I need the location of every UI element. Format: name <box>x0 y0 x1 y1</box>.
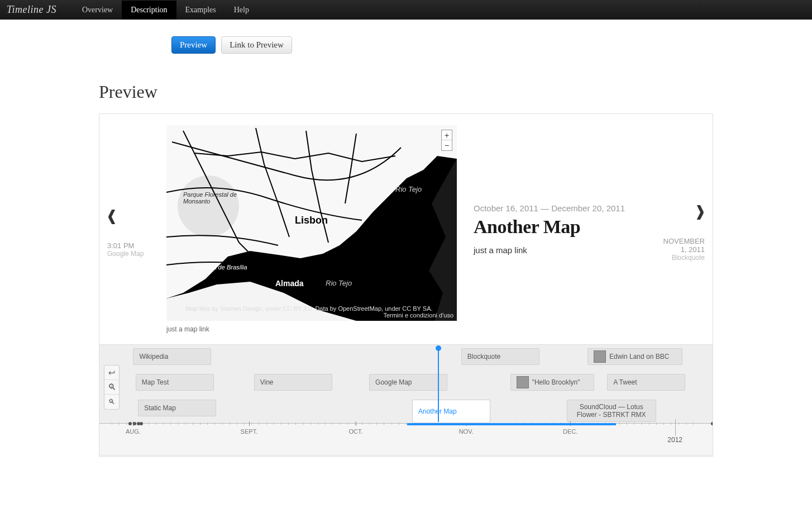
map-zoom-out[interactable]: − <box>442 140 452 150</box>
timenav-zoom-in-icon[interactable]: 🔍︎ <box>104 380 119 395</box>
timenav-event[interactable]: A Tweet <box>607 374 685 391</box>
event-label: SoundCloud — Lotus Flower - SBTRKT RMX <box>573 403 650 419</box>
year-flag <box>675 419 676 436</box>
axis-tick-label: OCT. <box>348 428 362 435</box>
chevron-left-icon: ‹ <box>107 196 116 233</box>
axis-minor-tick <box>311 423 311 425</box>
axis-tick-label: NOV. <box>459 428 474 435</box>
axis-minor-tick <box>663 423 664 425</box>
map-water2-label: Rio Tejo <box>326 279 352 287</box>
axis-minor-tick <box>185 423 186 425</box>
top-navbar: Timeline JS Overview Description Example… <box>0 0 812 20</box>
axis-minor-tick <box>686 423 686 425</box>
next-arrow[interactable]: › NOVEMBER 1, 2011 Blockquote <box>657 125 713 333</box>
event-label: "Hello Brooklyn" <box>532 378 580 386</box>
axis-tick <box>356 421 356 426</box>
map-park-label: Parque Florestal de Monsanto <box>183 191 239 205</box>
axis-minor-tick <box>318 423 318 425</box>
axis-minor-tick <box>376 423 377 425</box>
axis-minor-tick <box>642 423 642 425</box>
slide-media: Lisbon Almada Rio Tejo Rio Tejo Parque F… <box>155 125 457 333</box>
axis-minor-tick <box>237 423 237 425</box>
timenav-marker[interactable] <box>438 346 439 422</box>
axis-minor-tick <box>149 423 149 425</box>
timenav-event[interactable]: Vine <box>254 374 332 391</box>
action-buttons: Preview Link to Preview <box>171 36 713 54</box>
axis-minor-tick <box>222 423 223 425</box>
axis-minor-tick <box>259 423 259 425</box>
axis-minor-tick <box>288 423 289 425</box>
timenav-event[interactable]: Another Map <box>412 400 490 423</box>
event-label: Edwin Land on BBC <box>609 353 669 361</box>
map-terms[interactable]: Termini e condizioni d'uso <box>383 312 457 319</box>
timenav-event[interactable]: SoundCloud — Lotus Flower - SBTRKT RMX <box>567 400 656 422</box>
timenav-event[interactable]: Static Map <box>138 400 216 416</box>
nav-examples[interactable]: Examples <box>176 1 225 20</box>
axis-minor-tick <box>634 423 634 425</box>
timenav-zoom-out-icon[interactable]: 🔍︎ <box>104 395 119 409</box>
map-district-label: Almada <box>275 279 304 288</box>
event-label: Map Test <box>142 378 169 386</box>
map-road-label: Avenida de Brasília <box>194 264 247 271</box>
time-nav: ↩ 🔍︎ 🔍︎ WikipediaMap TestStatic MapVineG… <box>99 344 713 456</box>
axis-tick-label: AUG. <box>126 428 141 435</box>
timenav-track[interactable]: WikipediaMap TestStatic MapVineGoogle Ma… <box>99 345 713 423</box>
axis-minor-tick <box>303 423 304 425</box>
timenav-event[interactable]: Wikipedia <box>133 348 211 365</box>
axis-tick <box>249 421 250 426</box>
axis-minor-tick <box>112 423 112 425</box>
axis-event-dot <box>128 422 132 425</box>
axis-event-dot <box>133 422 136 425</box>
timenav-back-icon[interactable]: ↩ <box>104 366 119 380</box>
axis-minor-tick <box>230 423 230 425</box>
section-title: Preview <box>99 82 713 102</box>
axis-minor-tick <box>332 423 333 425</box>
timenav-event[interactable]: Google Map <box>369 374 447 391</box>
next-label: Blockquote <box>672 254 705 262</box>
axis-minor-tick <box>274 423 274 425</box>
axis-minor-tick <box>214 423 215 425</box>
brand[interactable]: Timeline JS <box>7 4 56 16</box>
prev-arrow[interactable]: ‹ 3:01 PM Google Map <box>99 125 155 333</box>
event-label: Vine <box>260 378 274 386</box>
timenav-axis[interactable]: 2012 AUG.SEPT.OCT.NOV.DEC. <box>99 423 713 454</box>
media-caption: just a map link <box>166 325 457 333</box>
axis-minor-tick <box>178 423 179 425</box>
timeline-preview: ‹ 3:01 PM Google Map <box>99 113 713 457</box>
axis-end-dot <box>711 422 713 425</box>
event-label: Google Map <box>375 378 412 386</box>
axis-minor-tick <box>693 423 694 425</box>
timenav-event[interactable]: "Hello Brooklyn" <box>510 374 594 391</box>
axis-tick-label: SEPT. <box>241 428 258 435</box>
prev-time: 3:01 PM <box>107 241 134 250</box>
axis-minor-tick <box>369 423 370 425</box>
axis-minor-tick <box>627 423 627 425</box>
axis-minor-tick <box>406 423 407 425</box>
svg-point-0 <box>178 176 239 237</box>
map-water1-label: Rio Tejo <box>395 185 422 193</box>
timenav-highlight <box>407 423 615 425</box>
next-time: NOVEMBER 1, 2011 <box>657 237 705 254</box>
nav-description[interactable]: Description <box>122 1 176 20</box>
axis-minor-tick <box>251 423 252 425</box>
map-city-label: Lisbon <box>295 215 328 226</box>
preview-button[interactable]: Preview <box>171 36 216 54</box>
axis-minor-tick <box>399 423 399 425</box>
axis-minor-tick <box>281 423 281 425</box>
nav-overview[interactable]: Overview <box>73 1 122 20</box>
timenav-event[interactable]: Edwin Land on BBC <box>587 348 682 365</box>
axis-minor-tick <box>362 423 362 425</box>
timenav-controls: ↩ 🔍︎ 🔍︎ <box>104 365 120 410</box>
axis-minor-tick <box>340 423 340 425</box>
timenav-event[interactable]: Blockquote <box>461 348 539 365</box>
axis-minor-tick <box>200 423 200 425</box>
axis-minor-tick <box>119 423 120 425</box>
axis-minor-tick <box>347 423 348 425</box>
timenav-event[interactable]: Map Test <box>136 374 214 391</box>
nav-help[interactable]: Help <box>225 1 258 20</box>
slide-description: just a map link <box>474 245 646 255</box>
map-zoom-in[interactable]: + <box>442 130 452 140</box>
map[interactable]: Lisbon Almada Rio Tejo Rio Tejo Parque F… <box>166 125 457 321</box>
axis-minor-tick <box>355 423 355 425</box>
link-preview-button[interactable]: Link to Preview <box>221 36 292 54</box>
